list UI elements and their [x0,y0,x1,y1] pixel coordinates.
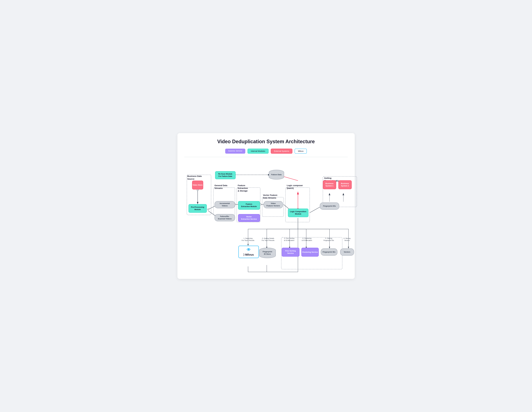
vector-extraction-service-node: VectorExtraction Service [238,214,260,222]
diagram: Business DataSource General DataStreams … [184,160,348,273]
step2-label: 2. Getting DetailsFor Top-K Results [259,237,277,241]
business-system-1-node: BusinessSystem 1 [323,180,336,189]
legend-automic: Automic Service [225,149,245,154]
fine-sorting-service-node: Fine Sorting Service [282,248,299,256]
section-business-data-source: Business DataSource [187,175,202,180]
section-logic-composer: Logic composer(batch) [287,184,303,190]
clustering-service-label: Clustering Service [302,251,318,253]
milvus-label: ⟩ Milvus [243,253,254,256]
legend-internal: Internal Modules [247,149,269,154]
business-system-2-node: BusinessSystem 2 [338,180,352,189]
fine-sorting-service-label: Fine Sorting Service [282,250,299,255]
legend: Automic Service Internal Modules Externa… [184,149,348,154]
step6-label: 6. StoringVectors [341,237,353,241]
storing-fingerprint-node: Fingerprint IDs [321,248,337,256]
fingerprint-ids-node: Fingerprint IDs [320,202,339,210]
page-title: Video Deduplication System Architecture [184,139,348,145]
storing-vectors-label: Vectors [344,251,350,253]
incremental-videos-node: IncrementalVideos [215,201,235,208]
clustering-service-node: Clustering Service [301,248,319,256]
storing-vectors-node: Vectors [340,248,354,256]
svg-point-16 [208,209,209,210]
rescan-module-node: Re-Scan ModuleFor Failure Data [215,171,236,179]
business-system-1-label: BusinessSystem 1 [325,183,333,187]
video-store-node: Video Store [192,181,203,190]
video-feature-vectors-node: VideoFeature Vectors [264,201,283,208]
legend-external: External Systems [271,149,293,154]
feature-extraction-module-node: FeatureExtraction Module [238,201,260,210]
failure-rescanned-label: Failure/Re-Scanned Videos [218,215,232,220]
svg-point-21 [260,204,261,205]
storing-fingerprint-label: Fingerprint IDs [323,251,335,253]
logic-composition-module-label: Logic CompositionModule [290,211,306,215]
failure-data-label: Failure Data [271,174,281,176]
failure-rescanned-node: Failure/Re-Scanned Videos [215,214,235,221]
svg-point-14 [197,189,198,191]
fingerprint-id-store-node: FingerprintID Store [259,248,276,258]
step3-label: 3. Fine Sorting& ID Allocation [281,237,297,241]
video-store-label: Video Store [192,184,202,186]
rescan-module-label: Re-Scan ModuleFor Failure Data [218,173,232,178]
feature-extraction-module-label: FeatureExtraction Module [241,203,257,208]
pre-processing-label: Pre-ProcessingModule [191,206,204,211]
business-system-2-label: BusinessSystem 2 [341,183,349,187]
fingerprint-ids-label: Fingerprint IDs [323,205,336,207]
step4-label: 4. Clustering& ID Allocation [299,237,315,241]
pre-processing-node: Pre-ProcessingModule [189,204,207,213]
failure-data-node: Failure Data [269,170,284,180]
incremental-videos-label: IncrementalVideos [220,202,230,207]
step5-label: 5. StoringFingerprint IDs [321,237,336,241]
video-feature-vectors-label: VideoFeature Vectors [266,202,280,207]
section-vector-feature: Vector FeatureData Streams [263,194,277,199]
milvus-icon: 👁 [247,247,251,252]
milvus-node: 👁 ⟩ Milvus [238,246,259,258]
section-general-data-streams: General DataStreams [215,184,228,190]
vector-extraction-service-label: VectorExtraction Service [241,216,257,220]
logic-composition-module-node: Logic CompositionModule [288,209,308,217]
section-feature-extraction: FeatureExtraction& Storage [238,184,248,192]
legend-milvus: Milvus [294,149,307,154]
step1-label: 1. SearchingFor Top-K Results [238,237,258,241]
page-container: Video Deduplication System Architecture … [177,133,355,279]
fingerprint-id-store-label: FingerprintID Store [263,251,272,255]
